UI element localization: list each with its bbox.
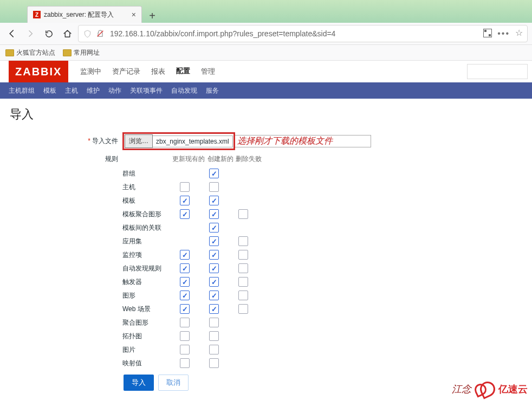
- rule-row: 应用集: [122, 236, 522, 246]
- browser-titlebar: Z zabbix_server: 配置导入 × +: [0, 0, 532, 23]
- checkbox-delete[interactable]: [238, 277, 248, 287]
- checkbox-new[interactable]: [209, 277, 219, 287]
- rule-name: 模板: [122, 196, 170, 205]
- checkbox-existing[interactable]: [180, 331, 190, 341]
- checkbox-existing[interactable]: [180, 318, 190, 327]
- url-input[interactable]: [109, 29, 479, 38]
- checkbox-new[interactable]: [209, 223, 219, 233]
- checkbox-new[interactable]: [209, 331, 219, 341]
- page-actions-button[interactable]: •••: [497, 29, 510, 38]
- checkbox-existing[interactable]: [180, 304, 190, 314]
- rules-table: 群组主机模板模板聚合图形模板间的关联应用集监控项自动发现规则触发器图形Web 场…: [122, 169, 522, 368]
- file-label: 导入文件: [92, 137, 118, 145]
- browse-button[interactable]: 浏览…: [125, 134, 153, 148]
- checkbox-new[interactable]: [209, 318, 219, 327]
- browser-toolbar: ••• ☆: [0, 23, 532, 45]
- zabbix-logo[interactable]: ZABBIX: [9, 61, 68, 82]
- checkbox-new[interactable]: [209, 169, 219, 178]
- rule-name: 应用集: [122, 237, 170, 246]
- checkbox-new[interactable]: [209, 358, 219, 368]
- secnav-correlation[interactable]: 关联项事件: [130, 86, 163, 95]
- rule-name: 聚合图形: [122, 318, 170, 327]
- checkbox-new[interactable]: [209, 209, 219, 219]
- bookmark-item[interactable]: 火狐官方站点: [5, 48, 55, 57]
- secnav-services[interactable]: 服务: [206, 86, 219, 95]
- checkbox-delete[interactable]: [238, 263, 248, 273]
- rule-name: 图片: [122, 345, 170, 354]
- selected-filename: zbx_nginx_templates.xml: [153, 136, 233, 147]
- secnav-hostgroups[interactable]: 主机群组: [9, 86, 35, 95]
- checkbox-delete[interactable]: [238, 304, 248, 314]
- rule-row: 群组: [122, 169, 522, 178]
- topnav-administration[interactable]: 管理: [196, 61, 220, 82]
- shield-icon[interactable]: [83, 29, 92, 38]
- col-delete: 删除失败: [234, 154, 263, 164]
- rule-row: 模板间的关联: [122, 223, 522, 233]
- secnav-templates[interactable]: 模板: [43, 86, 56, 95]
- bookmark-item[interactable]: 常用网址: [63, 48, 100, 57]
- bookmark-label: 常用网址: [74, 48, 100, 57]
- checkbox-existing[interactable]: [180, 263, 190, 273]
- file-field-extension: [235, 135, 371, 147]
- rules-label: 规则: [105, 155, 118, 163]
- bookmark-star-icon[interactable]: ☆: [515, 29, 523, 38]
- import-button[interactable]: 导入: [124, 375, 154, 391]
- search-box[interactable]: [467, 64, 528, 79]
- rule-name: 自动发现规则: [122, 264, 170, 273]
- col-existing: 更新现有的: [170, 154, 207, 164]
- topnav-monitoring[interactable]: 监测中: [75, 61, 107, 82]
- zabbix-favicon: Z: [33, 11, 41, 18]
- secondary-nav: 主机群组 模板 主机 维护 动作 关联项事件 自动发现 服务: [0, 82, 532, 99]
- rule-row: Web 场景: [122, 304, 522, 314]
- rule-row: 图形: [122, 291, 522, 300]
- nav-back-button[interactable]: [4, 26, 20, 41]
- checkbox-existing[interactable]: [180, 209, 190, 219]
- new-tab-button[interactable]: +: [145, 9, 159, 23]
- reload-button[interactable]: [41, 26, 56, 41]
- browser-tab[interactable]: Z zabbix_server: 配置导入 ×: [27, 6, 142, 23]
- checkbox-new[interactable]: [209, 345, 219, 354]
- checkbox-delete[interactable]: [238, 236, 248, 246]
- rule-row: 模板: [122, 196, 522, 205]
- checkbox-existing[interactable]: [180, 196, 190, 205]
- topnav-configuration[interactable]: 配置: [171, 61, 196, 82]
- folder-icon: [63, 49, 72, 56]
- checkbox-existing[interactable]: [180, 291, 190, 300]
- bookmark-label: 火狐官方站点: [16, 48, 55, 57]
- checkbox-existing[interactable]: [180, 182, 190, 192]
- checkbox-delete[interactable]: [238, 291, 248, 300]
- checkbox-existing[interactable]: [180, 358, 190, 368]
- cancel-button[interactable]: 取消: [158, 375, 189, 391]
- rule-name: 触发器: [122, 278, 170, 287]
- secnav-hosts[interactable]: 主机: [65, 86, 78, 95]
- reader-mode-icon[interactable]: [483, 29, 492, 37]
- checkbox-new[interactable]: [209, 196, 219, 205]
- checkbox-existing[interactable]: [180, 277, 190, 287]
- tab-close-button[interactable]: ×: [132, 10, 136, 19]
- topnav-reports[interactable]: 报表: [146, 61, 171, 82]
- topnav-inventory[interactable]: 资产记录: [107, 61, 146, 82]
- rule-row: 触发器: [122, 277, 522, 287]
- insecure-connection-icon[interactable]: [96, 29, 105, 38]
- home-button[interactable]: [60, 26, 75, 41]
- url-bar[interactable]: ••• ☆: [78, 25, 528, 42]
- rule-row: 主机: [122, 182, 522, 192]
- secnav-discovery[interactable]: 自动发现: [171, 86, 197, 95]
- checkbox-new[interactable]: [209, 236, 219, 246]
- rule-name: 群组: [122, 169, 170, 178]
- checkbox-existing[interactable]: [180, 345, 190, 354]
- checkbox-existing[interactable]: [180, 250, 190, 260]
- checkbox-new[interactable]: [209, 250, 219, 260]
- rule-row: 模板聚合图形: [122, 209, 522, 219]
- bookmark-bar: 火狐官方站点 常用网址: [0, 45, 532, 61]
- rule-row: 聚合图形: [122, 318, 522, 327]
- checkbox-delete[interactable]: [238, 250, 248, 260]
- checkbox-new[interactable]: [209, 263, 219, 273]
- secnav-maintenance[interactable]: 维护: [87, 86, 100, 95]
- checkbox-new[interactable]: [209, 182, 219, 192]
- checkbox-new[interactable]: [209, 304, 219, 314]
- import-form: *导入文件 浏览… zbx_nginx_templates.xml 选择刚才下载…: [10, 132, 522, 391]
- checkbox-delete[interactable]: [238, 209, 248, 219]
- checkbox-new[interactable]: [209, 291, 219, 300]
- secnav-actions[interactable]: 动作: [108, 86, 121, 95]
